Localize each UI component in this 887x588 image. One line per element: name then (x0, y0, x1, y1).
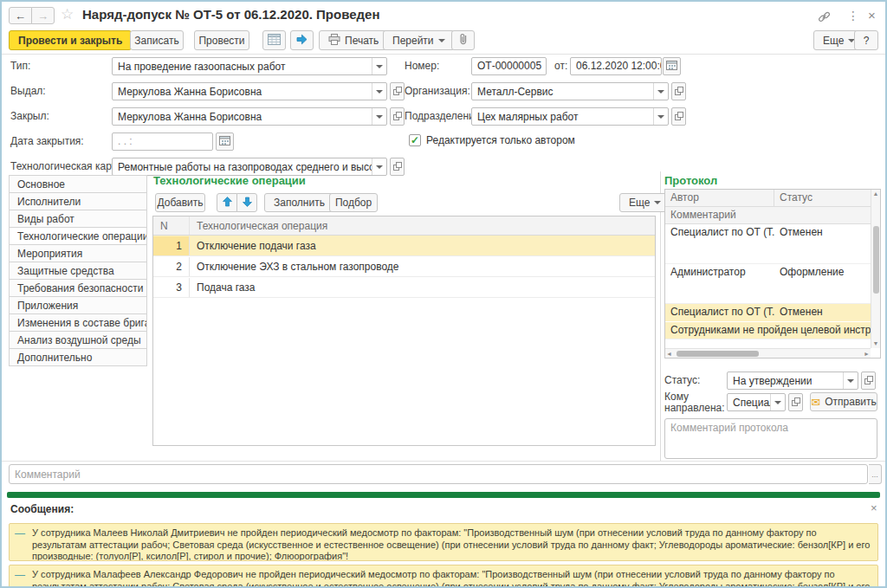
dropdown-icon[interactable] (653, 83, 668, 100)
sidebar-item-ispolniteli[interactable]: Исполнители (9, 192, 147, 210)
protocol-status: Отменен (774, 304, 880, 321)
window-menu-icon[interactable]: ⋮ (847, 9, 859, 23)
sidebar-item-analiz-vozdushnoy-sredy[interactable]: Анализ воздушной среды (9, 331, 147, 349)
col-status: Статус (774, 190, 880, 206)
post-button[interactable]: Провести (194, 30, 249, 50)
number-input[interactable]: ОТ-00000005 (471, 57, 547, 75)
sidebar-item-meropriyatiya[interactable]: Мероприятия (9, 244, 147, 262)
sidebar-item-dopolnitelno[interactable]: Дополнительно (9, 348, 147, 366)
panel-splitter[interactable] (660, 171, 661, 461)
department-open-button[interactable] (671, 107, 686, 126)
related-documents-button[interactable] (290, 30, 314, 50)
closed-by-select[interactable]: Меркулова Жанна Борисовна (112, 107, 387, 126)
save-button[interactable]: Записать (130, 30, 184, 50)
forward-button[interactable]: → (31, 7, 55, 24)
sidebar-item-vidy-rabot[interactable]: Виды работ (9, 210, 147, 228)
organization-label: Организация: (405, 82, 470, 100)
scroll-up-icon[interactable]: ▲ (871, 190, 880, 198)
comment-input[interactable] (9, 464, 868, 484)
message-dash-icon: — (15, 527, 25, 557)
organization-open-button[interactable] (671, 82, 686, 100)
dropdown-icon[interactable] (372, 158, 386, 175)
messages-splitter[interactable] (7, 492, 880, 498)
status-label: Статус: (664, 372, 700, 390)
goto-button[interactable]: Перейти (383, 30, 455, 50)
app-window: ← → ☆ Наряд-допуск № ОТ-5 от 06.12.2020.… (0, 0, 887, 588)
sidebar-item-osnovnoe[interactable]: Основное (9, 175, 147, 193)
dropdown-icon[interactable] (372, 58, 386, 74)
close-date-calendar-button[interactable] (216, 132, 234, 151)
closed-by-open-button[interactable] (390, 107, 405, 126)
table-row[interactable]: 3 Подача газа (153, 277, 655, 298)
close-date-input[interactable]: . . : (112, 132, 213, 151)
organization-select[interactable]: Металл-Сервис (471, 82, 669, 100)
department-select[interactable]: Цех малярных работ (471, 107, 669, 126)
nav-history: ← → (9, 7, 55, 24)
type-select[interactable]: На проведение газоопасных работ (112, 57, 387, 75)
dropdown-icon[interactable] (372, 108, 386, 125)
issued-by-select[interactable]: Меркулова Жанна Борисовна (112, 82, 387, 100)
sidebar-item-prilozheniya[interactable]: Приложения (9, 296, 147, 314)
report-structure-button[interactable] (262, 30, 286, 50)
status-select[interactable]: На утверждении (727, 372, 858, 390)
operations-more-button[interactable]: Еще (619, 193, 670, 212)
favorite-star-icon[interactable]: ☆ (61, 5, 74, 23)
sent-to-select[interactable]: Специалис (727, 393, 786, 411)
scroll-left-icon[interactable]: ◄ (666, 350, 672, 359)
vscroll-thumb[interactable] (873, 226, 879, 294)
closed-by-label: Закрыл: (10, 107, 49, 126)
move-up-button[interactable] (217, 193, 237, 212)
sidebar-item-trebovaniya-bezopasnosti[interactable]: Требования безопасности (9, 279, 147, 297)
author-only-checkbox-row[interactable]: ✓ Редактируется только автором (409, 134, 575, 146)
add-row-button[interactable]: Добавить (155, 193, 205, 212)
table-row[interactable]: 2 Отключение ЭХЗ в стальном газопроводе (153, 256, 655, 277)
send-button[interactable]: ✉ Отправить (810, 392, 877, 411)
scroll-right-icon[interactable]: ► (864, 350, 870, 359)
back-button[interactable]: ← (9, 7, 32, 24)
doc-date-input[interactable]: 06.12.2020 12:00:00 (570, 57, 662, 75)
message-text: У сотрудника Малафеев Александр Федорови… (32, 569, 871, 588)
checkbox-checked-icon[interactable]: ✓ (409, 134, 421, 146)
tech-map-select[interactable]: Ремонтные работы на газопроводах среднег… (112, 158, 387, 176)
doc-date-calendar-button[interactable] (663, 57, 681, 75)
hscroll-thumb[interactable] (677, 351, 759, 357)
open-icon (393, 86, 402, 98)
messages-close-icon[interactable]: × (871, 501, 877, 514)
message-item[interactable]: — У сотрудника Малеев Николай Дмитриевич… (9, 523, 878, 561)
issued-by-open-button[interactable] (390, 82, 405, 100)
col-n: N (153, 216, 190, 235)
protocol-comment-input[interactable] (664, 418, 877, 459)
sidebar-item-tehnologicheskie-operacii[interactable]: Технологические операции (9, 227, 147, 245)
protocol-row-clipped[interactable] (665, 339, 880, 345)
scroll-down-icon[interactable]: ▼ (871, 339, 880, 348)
help-button[interactable]: ? (854, 30, 878, 50)
tech-map-open-button[interactable] (390, 158, 405, 176)
operations-table-header: N Технологическая операция (153, 216, 655, 236)
protocol-row-selected[interactable]: Специалист по ОТ (Т... Отменен Сотрудник… (665, 304, 880, 339)
move-down-button[interactable] (236, 193, 257, 212)
sidebar-item-izmeneniya-v-sostave[interactable]: Изменения в составе бригады (9, 313, 147, 332)
sidebar-item-zashchitnye-sredstva[interactable]: Защитные средства (9, 262, 147, 280)
status-open-button[interactable] (861, 372, 876, 390)
message-item[interactable]: — У сотрудника Малафеев Александр Федоро… (9, 565, 878, 588)
dropdown-icon[interactable] (770, 394, 785, 410)
protocol-row[interactable]: Администратор Оформление (665, 264, 880, 304)
protocol-comment: Сотрудниками не пройден целевой инстркта… (665, 321, 880, 339)
fill-label: Заполнить (274, 197, 325, 209)
pick-button[interactable]: Подбор (329, 193, 378, 212)
window-close-icon[interactable]: × (868, 8, 876, 23)
attachments-button[interactable] (451, 30, 475, 50)
dropdown-icon[interactable] (372, 83, 386, 100)
protocol-vscrollbar[interactable]: ▲ ▼ (871, 190, 880, 348)
type-label: Тип: (10, 57, 30, 75)
comment-more-button[interactable]: ... (869, 464, 882, 484)
dropdown-icon[interactable] (653, 108, 668, 125)
post-and-close-button[interactable]: Провести и закрыть (9, 30, 132, 50)
sent-to-open-button[interactable] (788, 393, 803, 411)
protocol-hscrollbar[interactable]: ◄ ► (665, 348, 871, 358)
table-row[interactable]: 1 Отключение подачи газа (153, 236, 655, 256)
link-icon[interactable] (818, 10, 831, 26)
organization-value: Металл-Сервис (472, 83, 653, 100)
dropdown-icon[interactable] (843, 372, 858, 389)
protocol-row[interactable]: Специалист по ОТ (Т... Отменен (665, 224, 880, 264)
